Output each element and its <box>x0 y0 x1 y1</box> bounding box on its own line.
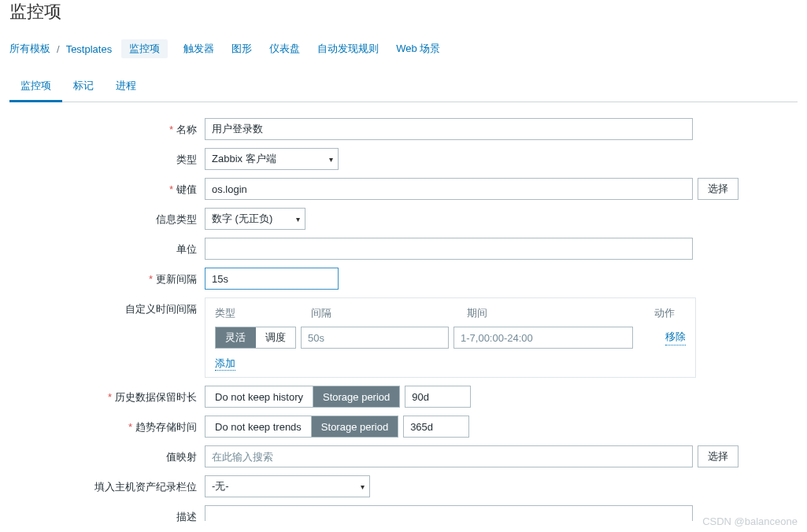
label-history: *历史数据保留时长 <box>9 386 205 405</box>
chevron-down-icon: ▾ <box>361 482 365 491</box>
chevron-down-icon: ▾ <box>296 215 300 224</box>
inventory-value: -无- <box>212 479 229 493</box>
chevron-down-icon: ▾ <box>329 155 333 164</box>
description-input[interactable] <box>205 505 693 521</box>
form: *名称 类型 Zabbix 客户端 ▾ *键值 选择 信息类型 数 <box>9 102 798 524</box>
page-title: 监控项 <box>9 0 798 31</box>
label-trends: *趋势存储时间 <box>9 416 205 434</box>
label-key: *键值 <box>9 178 205 197</box>
info-type-value: 数字 (无正负) <box>212 212 272 226</box>
segment-schedule[interactable]: 调度 <box>256 327 295 348</box>
interval-type-segment: 灵活 调度 <box>215 327 296 349</box>
custom-intervals-box: 类型 间隔 期间 动作 灵活 调度 移除 添加 <box>205 297 696 378</box>
custom-head-interval: 间隔 <box>311 306 467 320</box>
update-interval-input[interactable] <box>205 268 339 290</box>
key-select-button[interactable]: 选择 <box>698 178 739 200</box>
breadcrumb-current: 监控项 <box>121 39 168 58</box>
breadcrumb-link-web[interactable]: Web 场景 <box>396 42 440 56</box>
watermark: CSDN @balanceone <box>702 515 798 527</box>
label-valuemap: 值映射 <box>9 445 205 464</box>
breadcrumb-link-dashboards[interactable]: 仪表盘 <box>269 42 300 56</box>
breadcrumb-link-graphs[interactable]: 图形 <box>231 42 252 56</box>
name-input[interactable] <box>205 118 693 140</box>
custom-remove-link[interactable]: 移除 <box>665 330 686 345</box>
history-opt-storage[interactable]: Storage period <box>313 386 399 407</box>
custom-period-input[interactable] <box>453 327 633 349</box>
custom-head-type: 类型 <box>215 306 311 320</box>
label-description: 描述 <box>9 505 205 524</box>
label-inventory: 填入主机资产纪录栏位 <box>9 475 205 494</box>
tabs: 监控项 标记 进程 <box>9 72 798 102</box>
trends-opt-storage[interactable]: Storage period <box>312 416 398 437</box>
history-value-input[interactable] <box>405 386 471 408</box>
label-name: *名称 <box>9 118 205 137</box>
info-type-select[interactable]: 数字 (无正负) ▾ <box>205 208 305 230</box>
tab-process[interactable]: 进程 <box>105 72 147 102</box>
breadcrumb: 所有模板 / Testplates 监控项 触发器 图形 仪表盘 自动发现规则 … <box>9 31 798 69</box>
label-custom-intervals: 自定义时间间隔 <box>9 297 205 316</box>
trends-segment: Do not keep trends Storage period <box>205 416 398 438</box>
valuemap-input[interactable] <box>205 445 693 467</box>
segment-flexible[interactable]: 灵活 <box>216 327 256 348</box>
history-segment: Do not keep history Storage period <box>205 386 400 408</box>
history-opt-none[interactable]: Do not keep history <box>205 386 313 407</box>
custom-head-action: 动作 <box>654 306 686 320</box>
label-units: 单位 <box>9 238 205 257</box>
breadcrumb-link-discovery[interactable]: 自动发现规则 <box>317 42 379 56</box>
trends-opt-none[interactable]: Do not keep trends <box>205 416 312 437</box>
custom-interval-input[interactable] <box>301 327 449 349</box>
type-select-value: Zabbix 客户端 <box>212 152 276 166</box>
valuemap-select-button[interactable]: 选择 <box>698 445 739 467</box>
trends-value-input[interactable] <box>403 416 469 438</box>
breadcrumb-link-triggers[interactable]: 触发器 <box>183 42 214 56</box>
custom-head-period: 期间 <box>467 306 654 320</box>
inventory-select[interactable]: -无- ▾ <box>205 475 370 497</box>
key-input[interactable] <box>205 178 693 200</box>
label-update-interval: *更新间隔 <box>9 268 205 286</box>
breadcrumb-template[interactable]: Testplates <box>66 43 113 55</box>
custom-add-link[interactable]: 添加 <box>215 357 235 371</box>
tab-items[interactable]: 监控项 <box>9 72 62 102</box>
type-select[interactable]: Zabbix 客户端 ▾ <box>205 148 339 170</box>
label-info-type: 信息类型 <box>9 208 205 227</box>
label-type: 类型 <box>9 148 205 167</box>
breadcrumb-root[interactable]: 所有模板 <box>9 42 50 56</box>
units-input[interactable] <box>205 238 693 260</box>
tab-tags[interactable]: 标记 <box>62 72 105 102</box>
breadcrumb-separator: / <box>57 43 60 55</box>
